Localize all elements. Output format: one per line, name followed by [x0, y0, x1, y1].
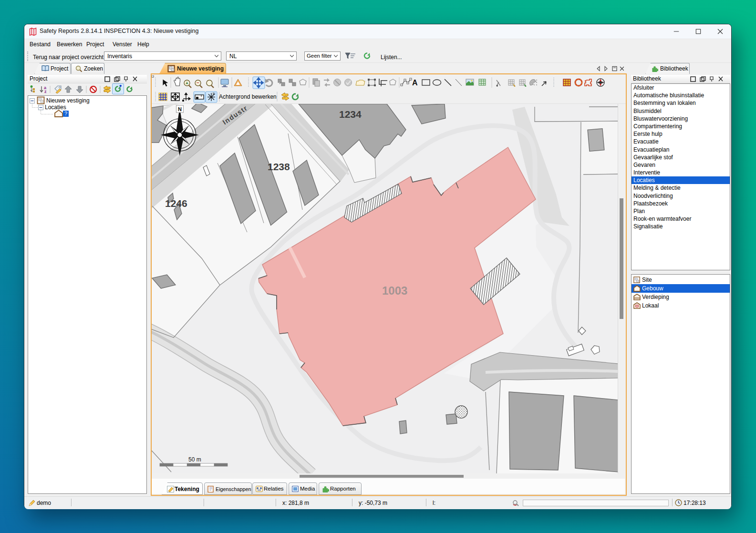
svg-text:A: A: [412, 79, 418, 87]
svg-text:N: N: [178, 106, 182, 112]
svg-text:z: z: [44, 89, 47, 94]
svg-text:1234: 1234: [339, 109, 362, 120]
svg-text:N: N: [213, 92, 215, 95]
svg-text:1003: 1003: [382, 284, 407, 297]
svg-text:1238: 1238: [268, 161, 290, 172]
svg-text:−: −: [197, 80, 199, 85]
svg-text:50 m: 50 m: [188, 456, 201, 463]
svg-text:1246: 1246: [165, 198, 187, 209]
svg-text:+: +: [186, 81, 188, 86]
